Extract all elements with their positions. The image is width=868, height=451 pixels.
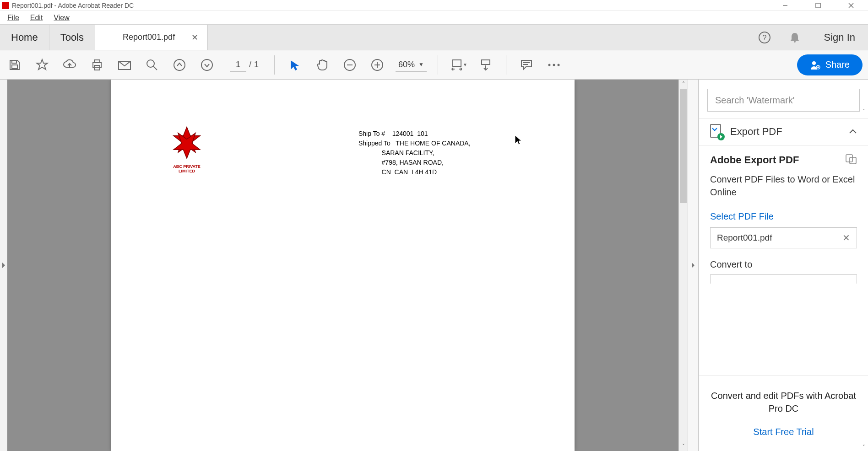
cloud-files-icon[interactable] <box>845 154 857 166</box>
right-panel-scrollbar[interactable]: ˄ ˅ <box>860 107 868 451</box>
close-tab-button[interactable]: ✕ <box>191 32 198 43</box>
share-button[interactable]: Share <box>797 54 863 75</box>
hand-tool-icon[interactable] <box>313 56 331 74</box>
menu-view[interactable]: View <box>48 13 75 23</box>
svg-line-14 <box>153 66 157 70</box>
page-input[interactable] <box>230 58 246 72</box>
share-person-icon <box>810 59 821 70</box>
menu-bar: File Edit View <box>0 11 868 25</box>
left-panel-toggle[interactable] <box>0 80 7 451</box>
scroll-up-icon[interactable]: ˄ <box>679 80 688 89</box>
svg-point-29 <box>812 61 816 65</box>
selected-file-name: Report001.pdf <box>717 233 772 243</box>
svg-text:?: ? <box>762 34 766 42</box>
separator <box>274 55 275 75</box>
tools-panel-toggle[interactable] <box>688 80 699 451</box>
print-icon[interactable] <box>88 56 106 74</box>
fit-width-icon[interactable]: ▼ <box>449 56 467 74</box>
scroll-down-icon[interactable]: ˅ <box>860 443 868 451</box>
document-tab-label: Report001.pdf <box>123 32 175 42</box>
svg-rect-36 <box>850 157 856 164</box>
svg-rect-10 <box>94 60 100 63</box>
help-icon[interactable]: ? <box>754 27 775 48</box>
scroll-up-icon[interactable]: ˄ <box>860 107 868 115</box>
ship-to-block: Ship To # 124001 101 Shipped To THE HOME… <box>358 129 471 177</box>
start-trial-link[interactable]: Start Free Trial <box>710 427 857 437</box>
chevron-right-icon <box>692 263 694 268</box>
mail-icon[interactable] <box>115 56 134 74</box>
svg-point-15 <box>174 59 185 70</box>
zoom-out-icon[interactable] <box>341 56 359 74</box>
svg-point-16 <box>201 59 212 70</box>
acrobat-icon <box>2 2 9 9</box>
page-down-icon[interactable] <box>198 56 216 74</box>
convert-to-label: Convert to <box>710 259 857 270</box>
cloud-upload-icon[interactable] <box>60 56 79 74</box>
export-title: Adobe Export PDF <box>710 154 845 166</box>
menu-edit[interactable]: Edit <box>25 13 49 23</box>
export-pdf-section: Adobe Export PDF Convert PDF Files to Wo… <box>699 145 868 284</box>
zoom-in-icon[interactable] <box>368 56 386 74</box>
bell-icon[interactable] <box>785 27 805 48</box>
tools-search-input[interactable]: Search 'Watermark' <box>707 89 860 112</box>
find-icon[interactable] <box>143 56 161 74</box>
more-icon[interactable] <box>545 56 563 74</box>
chevron-down-icon: ▼ <box>418 61 424 68</box>
document-tab[interactable]: Report001.pdf ✕ <box>95 25 208 50</box>
page-sep: / <box>249 60 251 70</box>
scroll-thumb[interactable] <box>680 89 687 203</box>
svg-rect-35 <box>846 155 852 162</box>
svg-rect-23 <box>482 60 490 64</box>
svg-rect-22 <box>453 60 461 66</box>
svg-rect-8 <box>12 65 17 69</box>
export-desc: Convert PDF Files to Word or Excel Onlin… <box>710 173 857 199</box>
toolbar: / 1 60% ▼ ▼ Share <box>0 50 868 80</box>
scroll-mode-icon[interactable] <box>477 56 495 74</box>
separator <box>438 55 438 75</box>
tab-row: Home Tools Report001.pdf ✕ ? Sign In <box>0 25 868 50</box>
page-up-icon[interactable] <box>170 56 189 74</box>
minimize-button[interactable] <box>775 0 796 11</box>
clear-file-button[interactable]: ✕ <box>842 232 850 243</box>
svg-point-28 <box>557 64 559 66</box>
promo-section: Convert and edit PDFs with Acrobat Pro D… <box>699 375 868 451</box>
svg-point-26 <box>548 64 550 66</box>
svg-point-6 <box>794 41 796 43</box>
page-total: 1 <box>254 60 259 70</box>
window-controls <box>775 0 862 11</box>
selection-tool-icon[interactable] <box>286 56 304 74</box>
close-button[interactable] <box>841 0 862 11</box>
zoom-select[interactable]: 60% ▼ <box>396 58 427 72</box>
scroll-down-icon[interactable]: ˅ <box>679 442 688 451</box>
separator <box>506 55 506 75</box>
chevron-right-icon <box>2 263 5 268</box>
workspace: ABC PRIVATE LIMITED Ship To # 124001 101… <box>0 80 868 451</box>
selected-file-box[interactable]: Report001.pdf ✕ <box>710 227 857 248</box>
export-pdf-icon <box>710 124 724 140</box>
svg-rect-7 <box>12 60 16 63</box>
document-area[interactable]: ABC PRIVATE LIMITED Ship To # 124001 101… <box>7 80 678 451</box>
star-icon[interactable] <box>33 56 51 74</box>
tab-tools[interactable]: Tools <box>49 25 95 50</box>
maximize-button[interactable] <box>808 0 829 11</box>
menu-file[interactable]: File <box>2 13 25 23</box>
sign-in-link[interactable]: Sign In <box>824 32 856 43</box>
export-pdf-label: Export PDF <box>730 126 842 138</box>
company-logo: ABC PRIVATE LIMITED <box>166 123 207 173</box>
document-scrollbar[interactable]: ˄ ˅ <box>678 80 688 451</box>
share-label: Share <box>825 59 850 70</box>
zoom-value: 60% <box>398 60 415 70</box>
save-icon[interactable] <box>5 56 24 74</box>
window-title: Report001.pdf - Adobe Acrobat Reader DC <box>12 2 775 9</box>
tab-home[interactable]: Home <box>0 25 49 50</box>
export-pdf-header[interactable]: Export PDF <box>699 118 868 145</box>
right-panel: Search 'Watermark' Export PDF Adobe Expo… <box>699 80 868 451</box>
company-caption: ABC PRIVATE LIMITED <box>166 164 207 173</box>
convert-to-select[interactable] <box>710 274 857 284</box>
promo-text: Convert and edit PDFs with Acrobat Pro D… <box>710 389 857 415</box>
search-placeholder: Search 'Watermark' <box>715 95 795 106</box>
page-indicator: / 1 <box>230 58 259 72</box>
pdf-page: ABC PRIVATE LIMITED Ship To # 124001 101… <box>111 80 575 451</box>
comment-icon[interactable] <box>517 56 536 74</box>
title-bar: Report001.pdf - Adobe Acrobat Reader DC <box>0 0 868 11</box>
